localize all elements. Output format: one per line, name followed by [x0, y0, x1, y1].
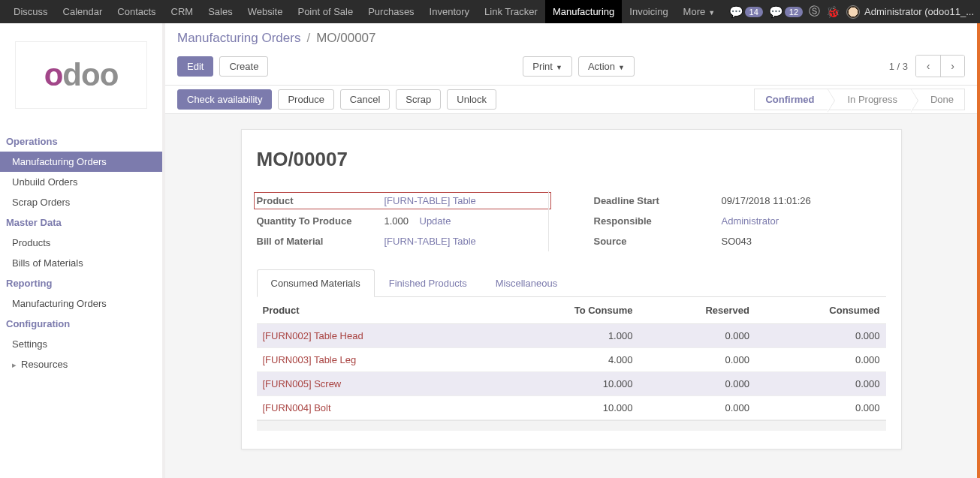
update-qty-button[interactable]: Update — [420, 215, 451, 227]
field-responsible: Responsible Administrator — [594, 211, 886, 231]
label-source: Source — [594, 236, 722, 247]
caret-down-icon: ▼ — [618, 64, 625, 71]
status-step-in-progress[interactable]: In Progress — [828, 89, 910, 110]
side-section-reporting: Reporting — [0, 273, 162, 293]
value-product[interactable]: [FURN-TABLE] Table — [384, 195, 476, 206]
value-source: SO043 — [722, 236, 886, 247]
cell-reserved: 0.000 — [638, 324, 755, 348]
cancel-button[interactable]: Cancel — [340, 89, 390, 110]
product-link[interactable]: [FURN005] Screw — [263, 378, 342, 389]
logo: odoo — [15, 41, 147, 109]
breadcrumb-parent[interactable]: Manufacturing Orders — [177, 31, 300, 46]
table-row[interactable]: [FURN003] Table Leg4.0000.0000.000 — [257, 348, 886, 372]
caret-down-icon: ▼ — [708, 9, 715, 17]
messages-indicator[interactable]: 💬 14 — [729, 5, 763, 19]
nav-calendar[interactable]: Calendar — [56, 0, 110, 23]
sidebar: odoo OperationsManufacturing OrdersUnbui… — [0, 23, 165, 478]
field-bom: Bill of Material [FURN-TABLE] Table — [257, 231, 548, 251]
table-row[interactable]: [FURN002] Table Head1.0000.0000.000 — [257, 324, 886, 348]
sidebar-item-manufacturing-orders[interactable]: Manufacturing Orders — [0, 293, 162, 314]
scrap-button[interactable]: Scrap — [396, 89, 441, 110]
tabs: Consumed MaterialsFinished ProductsMisce… — [257, 269, 886, 297]
speech-icon: 💬 — [729, 5, 743, 19]
action-bar: Check availabilityProduceCancelScrapUnlo… — [165, 85, 977, 114]
pager: 1 / 3 ‹ › — [889, 55, 965, 77]
nav-crm[interactable]: CRM — [164, 0, 201, 23]
side-section-master-data: Master Data — [0, 212, 162, 233]
chat-icon: 💬 — [769, 5, 783, 19]
pager-next-button[interactable]: › — [940, 56, 964, 77]
create-button[interactable]: Create — [219, 56, 268, 77]
nav-sales[interactable]: Sales — [201, 0, 240, 23]
edit-button[interactable]: Edit — [177, 56, 213, 77]
nav-link-tracker[interactable]: Link Tracker — [477, 0, 545, 23]
record-title: MO/00007 — [257, 148, 886, 171]
label-deadline: Deadline Start — [594, 195, 722, 206]
value-bom[interactable]: [FURN-TABLE] Table — [384, 236, 476, 247]
label-qty: Quantity To Produce — [257, 215, 384, 227]
nav-manufacturing[interactable]: Manufacturing — [545, 0, 622, 23]
cell-consumed: 0.000 — [755, 372, 886, 396]
nav-more[interactable]: More▼ — [676, 0, 723, 23]
nav-point-of-sale[interactable]: Point of Sale — [290, 0, 360, 23]
sidebar-item-bills-of-materials[interactable]: Bills of Materials — [0, 253, 162, 273]
cell-consumed: 0.000 — [755, 396, 886, 420]
field-source: Source SO043 — [594, 231, 886, 251]
col-consumed: Consumed — [755, 297, 886, 324]
produce-button[interactable]: Produce — [278, 89, 333, 110]
side-section-operations: Operations — [0, 131, 162, 152]
debug-icon[interactable]: 🐞 — [826, 5, 840, 19]
product-link[interactable]: [FURN002] Table Head — [263, 330, 363, 341]
breadcrumb-sep: / — [306, 31, 310, 46]
col-reserved: Reserved — [638, 297, 755, 324]
col-product: Product — [257, 297, 492, 324]
nav-purchases[interactable]: Purchases — [360, 0, 421, 23]
action-dropdown[interactable]: Action▼ — [578, 56, 635, 77]
table-row[interactable]: [FURN005] Screw10.0000.0000.000 — [257, 372, 886, 396]
nav-contacts[interactable]: Contacts — [110, 0, 163, 23]
unlock-button[interactable]: Unlock — [447, 89, 496, 110]
label-responsible: Responsible — [594, 215, 722, 227]
nav-inventory[interactable]: Inventory — [422, 0, 477, 23]
caret-down-icon: ▼ — [556, 64, 562, 71]
user-menu[interactable]: Administrator (odoo11_... — [846, 5, 974, 19]
sidebar-item-settings[interactable]: Settings — [0, 334, 162, 354]
topbar-right: 💬 14 💬 12 Ⓢ 🐞 Administrator (odoo11_... — [729, 5, 974, 19]
sidebar-item-products[interactable]: Products — [0, 233, 162, 253]
materials-table: ProductTo ConsumeReservedConsumed [FURN0… — [257, 297, 886, 420]
cell-consumed: 0.000 — [755, 324, 886, 348]
table-row[interactable]: [FURN004] Bolt10.0000.0000.000 — [257, 396, 886, 420]
tab-finished-products[interactable]: Finished Products — [375, 269, 481, 297]
messages-count: 14 — [745, 7, 763, 17]
cell-to-consume: 4.000 — [492, 348, 639, 372]
user-label: Administrator (odoo11_... — [864, 6, 974, 17]
field-qty: Quantity To Produce 1.000 Update — [257, 211, 548, 231]
field-deadline: Deadline Start 09/17/2018 11:01:26 — [594, 191, 886, 211]
tab-miscellaneous[interactable]: Miscellaneous — [481, 269, 571, 297]
print-dropdown[interactable]: Print▼ — [523, 56, 572, 77]
skype-icon[interactable]: Ⓢ — [809, 5, 820, 19]
value-deadline: 09/17/2018 11:01:26 — [722, 195, 886, 206]
form-card: MO/00007 Product [FURN-TABLE] Table Quan… — [241, 129, 902, 449]
sidebar-item-scrap-orders[interactable]: Scrap Orders — [0, 192, 162, 212]
sidebar-item-resources[interactable]: Resources — [0, 354, 162, 374]
cell-reserved: 0.000 — [638, 348, 755, 372]
sidebar-item-manufacturing-orders[interactable]: Manufacturing Orders — [0, 152, 162, 172]
content: Manufacturing Orders / MO/00007 Edit Cre… — [165, 23, 980, 478]
status-step-done[interactable]: Done — [911, 89, 965, 110]
nav-discuss[interactable]: Discuss — [6, 0, 56, 23]
pager-text: 1 / 3 — [889, 61, 908, 72]
pager-prev-button[interactable]: ‹ — [916, 56, 940, 77]
nav-invoicing[interactable]: Invoicing — [622, 0, 675, 23]
status-bar: ConfirmedIn ProgressDone — [754, 89, 965, 110]
tab-consumed-materials[interactable]: Consumed Materials — [257, 269, 375, 297]
nav-website[interactable]: Website — [240, 0, 291, 23]
value-responsible[interactable]: Administrator — [722, 215, 779, 227]
status-step-confirmed[interactable]: Confirmed — [754, 89, 828, 110]
product-link[interactable]: [FURN004] Bolt — [263, 402, 331, 413]
product-link[interactable]: [FURN003] Table Leg — [263, 354, 357, 365]
chat-indicator[interactable]: 💬 12 — [769, 5, 803, 19]
sidebar-item-unbuild-orders[interactable]: Unbuild Orders — [0, 172, 162, 192]
check-availability-button[interactable]: Check availability — [177, 89, 272, 110]
label-bom: Bill of Material — [257, 236, 384, 247]
